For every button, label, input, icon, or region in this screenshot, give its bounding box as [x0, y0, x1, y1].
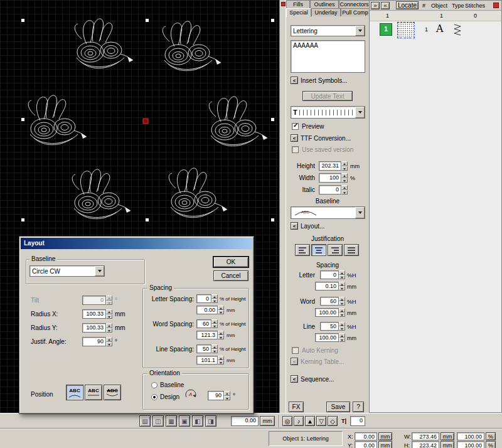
letter-spacing-mm-spinner[interactable]	[218, 306, 224, 314]
ttf-conversion-label[interactable]: TTF Conversion...	[301, 135, 351, 142]
position-straight-button[interactable]: ABC	[85, 385, 102, 400]
triangle-up-icon[interactable]: ▲	[305, 416, 315, 426]
y-unit-chip[interactable]: mm	[378, 441, 392, 448]
thread-color-chip[interactable]: 1	[380, 23, 392, 36]
embroidery-motif[interactable]	[163, 21, 221, 71]
line-spacing-pct-spinner[interactable]	[211, 344, 218, 353]
chevron-down-icon[interactable]	[95, 266, 104, 276]
tilt-input[interactable]: 0	[82, 296, 106, 305]
stitch-player-icon[interactable]: ▤	[139, 415, 151, 427]
width-input[interactable]: 100	[319, 173, 341, 183]
height-input[interactable]: 202.31	[319, 161, 341, 171]
embroidery-motif[interactable]	[28, 95, 87, 145]
lettering-text-input[interactable]: AAAAAA	[291, 40, 365, 73]
h-unit-chip[interactable]: mm	[441, 441, 454, 448]
scale-x-input[interactable]: 100.00	[457, 432, 484, 440]
tab-connectors[interactable]: Connectors	[339, 0, 370, 8]
italic-spinner[interactable]	[341, 185, 348, 195]
baseline-type-combo[interactable]: Circle CW	[29, 265, 105, 277]
preview-checkbox[interactable]	[292, 123, 299, 130]
word-spacing-mm-spinner[interactable]	[218, 331, 224, 339]
orientation-angle-spinner[interactable]	[224, 391, 230, 400]
embroidery-motif[interactable]	[169, 168, 227, 218]
line-mm-input[interactable]: 100.00	[315, 333, 339, 342]
tab-underlay[interactable]: Underlay	[311, 8, 341, 16]
h-input[interactable]: 223.42	[412, 441, 439, 448]
width-spinner[interactable]	[341, 173, 348, 183]
help-button[interactable]: ?	[353, 402, 364, 412]
overlap-icon[interactable]: ◧	[192, 415, 203, 427]
collapse-all-button[interactable]	[381, 2, 390, 9]
scale-x-unit-chip[interactable]: %	[486, 432, 496, 440]
word-spacing-pct-spinner[interactable]	[211, 319, 218, 328]
embroidery-motif[interactable]	[72, 169, 131, 219]
chevron-down-icon[interactable]	[355, 26, 365, 36]
word-pct-spinner[interactable]	[339, 297, 345, 306]
panel-close-icon[interactable]	[281, 2, 286, 6]
justify-full-button[interactable]	[344, 244, 359, 256]
panel-close-button[interactable]	[493, 3, 499, 8]
chevron-down-icon[interactable]	[355, 107, 365, 118]
word-mm-input[interactable]: 100.00	[315, 308, 339, 317]
line-mm-spinner[interactable]	[339, 333, 345, 342]
kerning-table-expand-icon[interactable]	[291, 358, 298, 365]
t-value-input[interactable]: 0	[350, 416, 365, 426]
letter-pct-spinner[interactable]	[339, 270, 345, 279]
line-spacing-pct-input[interactable]: 50	[196, 344, 211, 353]
scale-y-input[interactable]: 100.00	[457, 441, 484, 448]
triangle-down-icon[interactable]: ▽	[316, 416, 326, 426]
height-spinner[interactable]	[341, 161, 348, 171]
ok-button[interactable]: OK	[213, 257, 248, 267]
orientation-angle-input[interactable]: 90	[208, 391, 224, 400]
word-pct-input[interactable]: 60	[320, 297, 339, 306]
x-unit-chip[interactable]: mm	[378, 432, 392, 440]
dialog-titlebar[interactable]: Layout	[21, 238, 252, 249]
embroidery-motif[interactable]	[209, 97, 267, 146]
radius-x-spinner[interactable]	[106, 309, 112, 319]
radius-y-input[interactable]: 100.33	[82, 323, 106, 333]
position-arc-down-button[interactable]: ABC	[104, 385, 121, 400]
orientation-baseline-radio[interactable]	[151, 382, 158, 388]
tab-outlines[interactable]: Outlines	[310, 0, 339, 8]
tab-special[interactable]: Special	[286, 8, 311, 17]
fx-button[interactable]: FX	[289, 402, 304, 412]
use-saved-checkbox[interactable]	[292, 146, 299, 153]
orientation-design-radio[interactable]	[151, 394, 158, 400]
position-arc-up-button[interactable]: ABC	[66, 385, 83, 400]
letter-mm-spinner[interactable]	[339, 282, 345, 291]
color-group-row[interactable]: 1 1 0	[370, 11, 501, 21]
slow-redraw-icon[interactable]: ♪	[294, 416, 304, 426]
scale-y-unit-chip[interactable]: %	[486, 441, 496, 448]
tilt-spinner[interactable]	[106, 296, 112, 305]
line-pct-input[interactable]: 50	[320, 322, 339, 331]
w-input[interactable]: 273.46	[412, 432, 439, 440]
letter-spacing-pct-spinner[interactable]	[211, 294, 218, 303]
radius-x-input[interactable]: 100.33	[82, 309, 106, 319]
letter-spacing-pct-input[interactable]: 0	[196, 294, 211, 303]
sequence-expand-icon[interactable]	[291, 375, 298, 383]
x-input[interactable]: 0.00	[355, 432, 377, 440]
word-mm-spinner[interactable]	[339, 308, 345, 317]
diamond-icon[interactable]: ◇	[328, 416, 338, 426]
locate-button[interactable]: Locate	[396, 1, 419, 9]
update-text-button[interactable]: Update Text	[302, 91, 353, 101]
justif-angle-input[interactable]: 90	[82, 337, 106, 346]
chevron-down-icon[interactable]	[355, 207, 365, 218]
layout-label[interactable]: Layout...	[301, 223, 324, 230]
stitch-length-input[interactable]: 0.00	[231, 416, 259, 426]
insert-symbols-label[interactable]: Insert Symbols...	[301, 77, 347, 84]
letter-pct-input[interactable]: 0	[320, 270, 339, 279]
justif-angle-spinner[interactable]	[106, 337, 112, 346]
save-button[interactable]: Save	[326, 402, 350, 412]
line-spacing-mm-spinner[interactable]	[218, 356, 224, 365]
radius-y-spinner[interactable]	[106, 323, 112, 333]
tab-pull-comp[interactable]: Pull Comp	[341, 8, 370, 16]
object-list-row[interactable]: 1 1 A	[370, 21, 501, 40]
sequence-label[interactable]: Sequence...	[301, 376, 334, 383]
stitch-length-unit-chip[interactable]: mm	[260, 416, 275, 426]
baseline-combo[interactable]: ABC	[291, 206, 365, 219]
font-combo[interactable]	[291, 106, 365, 119]
justify-right-button[interactable]	[328, 244, 343, 256]
auto-kerning-checkbox[interactable]	[292, 347, 299, 354]
justify-center-button[interactable]	[311, 244, 326, 256]
